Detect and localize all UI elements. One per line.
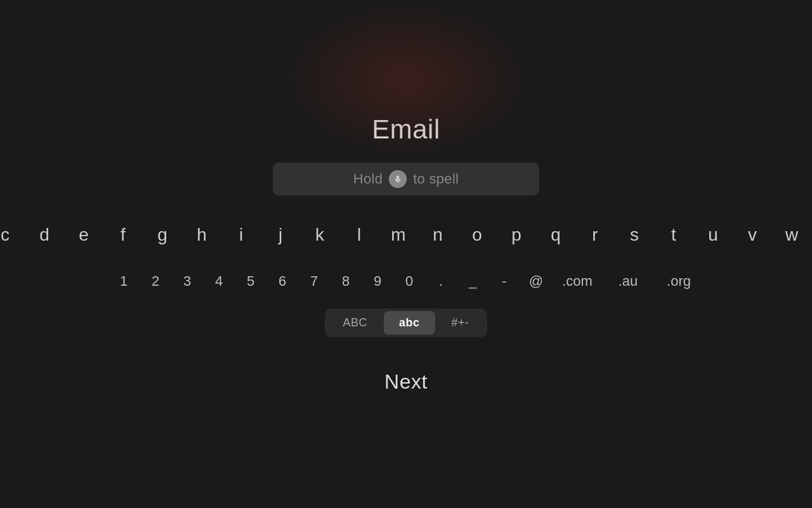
key-dotcom[interactable]: .com [552, 262, 603, 301]
key-o[interactable]: o [457, 215, 497, 255]
keyboard-mode-switcher: ABC abc #+- [325, 309, 487, 337]
key-d[interactable]: d [25, 215, 64, 255]
key-0[interactable]: 0 [393, 262, 425, 301]
key-p[interactable]: p [497, 215, 536, 255]
mode-btn-symbols[interactable]: #+- [436, 311, 485, 335]
key-i[interactable]: i [221, 215, 261, 255]
mic-icon [389, 170, 407, 188]
key-5[interactable]: 5 [235, 262, 266, 301]
keyboard: SPACE a b c d e f g h i j k l m n o p q … [0, 213, 812, 337]
key-l[interactable]: l [339, 215, 379, 255]
key-e[interactable]: e [64, 215, 103, 255]
key-n[interactable]: n [418, 215, 457, 255]
key-4[interactable]: 4 [203, 262, 235, 301]
keyboard-row-numbers: 1 2 3 4 5 6 7 8 9 0 . _ - @ .com .au .or… [108, 262, 704, 301]
key-dotau[interactable]: .au [603, 262, 653, 301]
key-j[interactable]: j [261, 215, 300, 255]
mode-btn-abc-upper[interactable]: ABC [327, 311, 383, 335]
key-8[interactable]: 8 [330, 262, 362, 301]
key-dot[interactable]: . [425, 262, 457, 301]
mode-btn-abc-lower[interactable]: abc [384, 311, 435, 335]
key-dotorg[interactable]: .org [653, 262, 704, 301]
key-g[interactable]: g [143, 215, 182, 255]
key-underscore[interactable]: _ [457, 262, 488, 301]
key-2[interactable]: 2 [140, 262, 171, 301]
key-c[interactable]: c [0, 215, 25, 255]
keyboard-row-letters: SPACE a b c d e f g h i j k l m n o p q … [0, 213, 812, 257]
key-1[interactable]: 1 [108, 262, 140, 301]
email-input-field[interactable]: Hold to spell [273, 163, 539, 196]
key-9[interactable]: 9 [362, 262, 393, 301]
key-3[interactable]: 3 [171, 262, 203, 301]
key-r[interactable]: r [575, 215, 615, 255]
key-t[interactable]: t [654, 215, 693, 255]
page-title: Email [372, 114, 440, 145]
key-m[interactable]: m [379, 215, 418, 255]
key-w[interactable]: w [772, 215, 811, 255]
key-q[interactable]: q [536, 215, 575, 255]
hold-to-spell-text: Hold [353, 171, 383, 187]
key-k[interactable]: k [300, 215, 339, 255]
key-f[interactable]: f [103, 215, 143, 255]
key-7[interactable]: 7 [298, 262, 330, 301]
key-u[interactable]: u [693, 215, 733, 255]
key-6[interactable]: 6 [266, 262, 298, 301]
to-spell-text: to spell [413, 171, 459, 187]
next-button[interactable]: Next [384, 370, 428, 394]
key-at[interactable]: @ [520, 262, 552, 301]
key-s[interactable]: s [615, 215, 654, 255]
key-hyphen[interactable]: - [488, 262, 520, 301]
key-v[interactable]: v [733, 215, 772, 255]
key-h[interactable]: h [182, 215, 221, 255]
